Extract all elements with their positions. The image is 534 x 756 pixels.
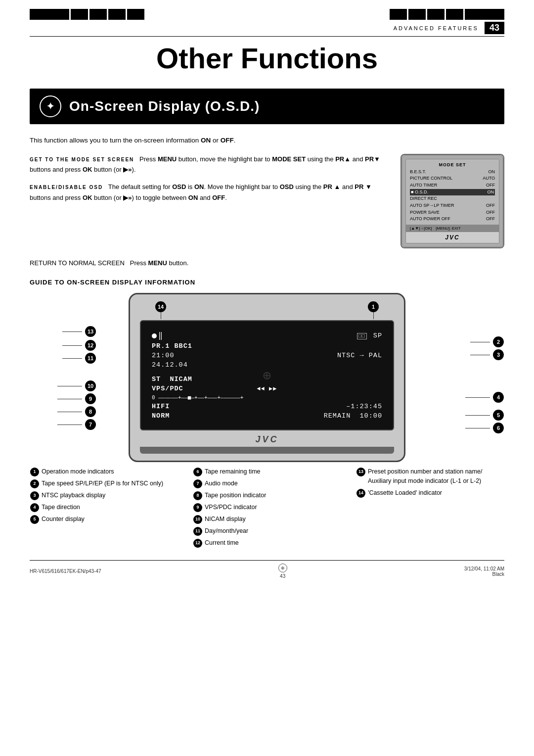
return-label: RETURN TO NORMAL SCREEN [30, 259, 125, 267]
desc-num-8: 8 [193, 491, 202, 500]
screen-vps-pdc: VPS/PDC [152, 385, 257, 392]
mode-set-row-8: AUTO POWER OFFOFF [410, 216, 495, 223]
callout-num-7: 7 [85, 419, 96, 430]
callout-num-8: 8 [85, 406, 96, 417]
desc-text-2: Tape speed SP/LP/EP (EP is for NTSC only… [42, 479, 163, 488]
bar-9 [446, 9, 463, 20]
screen-row-7: 0 ——————+——■—+——+———+——————+ [152, 394, 382, 401]
screen-ntsc-pal: NTSC → PAL [267, 352, 382, 359]
callout-item-9: 9 [30, 392, 96, 405]
callout-item-5: 5 [438, 409, 504, 422]
bar-2 [71, 9, 88, 20]
callout-item-13: 13 [30, 324, 96, 339]
screen-direction-arrows: ◄◄ ▶▶ [257, 385, 277, 392]
callout-num-13: 13 [85, 326, 96, 337]
desc-item-5: 5 Counter display [30, 515, 178, 524]
desc-num-12: 12 [193, 539, 202, 548]
instructions-text: GET TO THE MODE SET SCREEN Press MENU bu… [30, 154, 386, 249]
footer-right-block: 3/12/04, 11:02 AM Black [464, 566, 504, 577]
tv-screen: ⊕ ‖ □□ SP PR.1 BBC1 21:00 NTSC → PAL [140, 320, 394, 430]
mode-set-row-1: B.E.S.T.ON [410, 169, 495, 176]
desc-item-10: 10 NICAM display [193, 515, 341, 524]
desc-item-14: 14 'Cassette Loaded' indicator [356, 488, 504, 498]
screen-row-2: PR.1 BBC1 [152, 342, 382, 350]
callout-num-14-top: 14 [155, 301, 166, 312]
callout-item-12: 12 [30, 339, 96, 352]
desc-text-9: VPS/PDC indicator [205, 503, 257, 512]
desc-col-1: 1 Operation mode indicators 2 Tape speed… [30, 467, 178, 550]
page-footer: HR-V615/616/617EK-EN/p43-47 ⊕ 43 3/12/04… [30, 560, 504, 579]
desc-item-8: 8 Tape position indicator [193, 491, 341, 500]
body-intro: This function allows you to turn the on-… [30, 135, 504, 146]
top-decoration [30, 0, 504, 20]
page-title: Other Functions [30, 42, 504, 75]
tv-bottom-bar [140, 447, 394, 454]
footer-left: HR-V615/616/617EK-EN/p43-47 [30, 568, 101, 574]
right-callouts: 2 3 4 5 6 [435, 321, 504, 434]
callout-item-4: 4 [438, 391, 504, 404]
descriptions-grid: 1 Operation mode indicators 2 Tape speed… [30, 467, 504, 550]
page: Advanced Features 43 Other Functions ✦ O… [0, 0, 534, 756]
desc-num-11: 11 [193, 527, 202, 536]
screen-row-9: NORM REMAIN 10:00 [152, 412, 382, 420]
callout-item-11: 11 [30, 352, 96, 365]
callout-item-6: 6 [438, 422, 504, 434]
screen-counter: –1:23:45 [267, 403, 382, 410]
bar-8 [427, 9, 445, 20]
callout-num-2: 2 [493, 336, 504, 347]
instructions-block: GET TO THE MODE SET SCREEN Press MENU bu… [30, 154, 504, 249]
bar-1 [30, 9, 69, 20]
section-label: Advanced Features [394, 25, 479, 31]
bar-group-left [30, 9, 144, 20]
bar-4 [108, 9, 126, 20]
screen-row-8: HIFI –1:23:45 [152, 403, 382, 410]
desc-text-8: Tape position indicator [205, 491, 266, 500]
desc-item-9: 9 VPS/PDC indicator [193, 503, 341, 512]
footer-date: 3/12/04, 11:02 AM [464, 566, 504, 571]
instr-label-1: GET TO THE MODE SET SCREEN [30, 157, 134, 162]
callout-item-3: 3 [438, 348, 504, 361]
callout-item-2: 2 [438, 335, 504, 348]
screen-time: 21:00 [152, 352, 267, 359]
mode-set-row-osd: ■ O.S.D.ON [410, 189, 495, 196]
mode-set-screen: MODE SET B.E.S.T.ON PICTURE CONTROLAUTO … [406, 159, 499, 225]
desc-text-11: Day/month/year [205, 526, 248, 536]
desc-text-6: Tape remaining time [205, 467, 261, 476]
footer-color: Black [464, 571, 504, 577]
desc-num-3: 3 [30, 491, 39, 500]
header: Advanced Features 43 [30, 22, 504, 37]
desc-text-14: 'Cassette Loaded' indicator [368, 488, 442, 498]
section-header: ✦ On-Screen Display (O.S.D.) [30, 89, 504, 124]
desc-num-10: 10 [193, 515, 202, 524]
callout-num-12: 12 [85, 340, 96, 351]
screen-date: 24.12.04 [152, 361, 267, 369]
desc-item-11: 11 Day/month/year [193, 526, 341, 536]
desc-text-13: Preset position number and station name/… [368, 467, 504, 486]
screen-channel: PR.1 BBC1 [152, 342, 267, 350]
desc-text-1: Operation mode indicators [42, 467, 114, 476]
mode-set-row-5: DIRECT REC [410, 195, 495, 202]
desc-text-5: Counter display [42, 515, 85, 524]
screen-st-nicam: ST NICAM [152, 376, 267, 383]
crosshair: ⊕ [263, 367, 271, 384]
screen-row-1: ‖ □□ SP [152, 331, 382, 340]
desc-item-6: 6 Tape remaining time [193, 467, 341, 476]
callout-item-10: 10 [30, 379, 96, 392]
desc-num-5: 5 [30, 515, 39, 524]
footer-center: ⊕ 43 [278, 564, 287, 579]
bar-5 [127, 9, 144, 20]
desc-num-2: 2 [30, 479, 39, 488]
footer-page-num: 43 [280, 573, 285, 579]
bar-6 [390, 9, 407, 20]
desc-item-4: 4 Tape direction [30, 503, 178, 512]
mode-set-footer: [▲▼]→[OK][MENU]: EXIT [406, 225, 499, 232]
desc-item-3: 3 NTSC playback display [30, 491, 178, 500]
section-title: On-Screen Display (O.S.D.) [69, 98, 260, 114]
screen-rec-indicator: ‖ [152, 331, 267, 340]
return-instruction: RETURN TO NORMAL SCREEN Press MENU butto… [30, 259, 504, 267]
screen-row-6: VPS/PDC ◄◄ ▶▶ [152, 385, 382, 392]
desc-text-4: Tape direction [42, 503, 80, 512]
desc-text-10: NICAM display [205, 515, 246, 524]
callout-num-5: 5 [493, 410, 504, 421]
desc-item-7: 7 Audio mode [193, 479, 341, 488]
